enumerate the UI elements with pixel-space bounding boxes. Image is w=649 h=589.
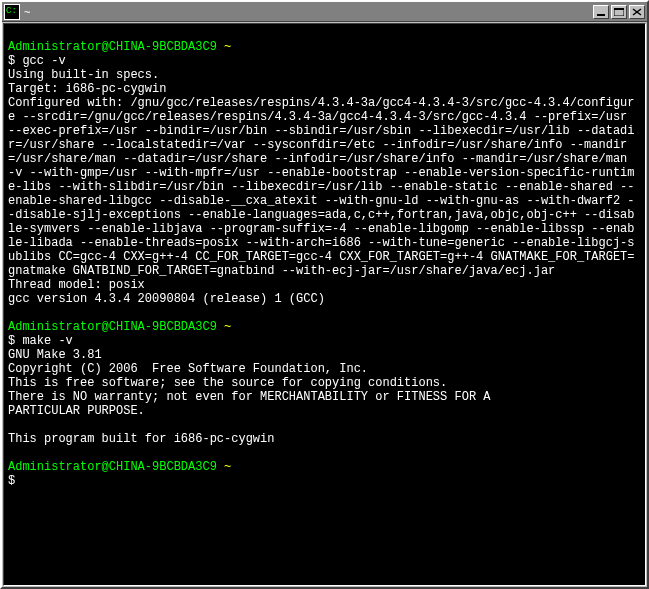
- blank-line: [8, 446, 641, 460]
- output-line: Thread model: posix: [8, 278, 641, 292]
- output-line: There is NO warranty; not even for MERCH…: [8, 390, 641, 404]
- output-line: This program built for i686-pc-cygwin: [8, 432, 641, 446]
- svg-rect-0: [597, 14, 605, 16]
- path: ~: [224, 40, 231, 54]
- user-host: Administrator@CHINA-9BCBDA3C9: [8, 40, 217, 54]
- output-line: Copyright (C) 2006 Free Software Foundat…: [8, 362, 641, 376]
- command-text: gcc -v: [22, 54, 65, 68]
- prompt-symbol: $: [8, 334, 15, 348]
- maximize-button[interactable]: [611, 5, 627, 19]
- window-controls: [593, 5, 645, 19]
- terminal-window: C: ~ Administrator@CHINA-9BCBDA3C9 ~$ gc…: [0, 0, 649, 589]
- user-host: Administrator@CHINA-9BCBDA3C9: [8, 460, 217, 474]
- user-host: Administrator@CHINA-9BCBDA3C9: [8, 320, 217, 334]
- prompt-line: Administrator@CHINA-9BCBDA3C9 ~: [8, 460, 641, 474]
- prompt-symbol: $: [8, 474, 15, 488]
- output-line: This is free software; see the source fo…: [8, 376, 641, 390]
- output-line: GNU Make 3.81: [8, 348, 641, 362]
- prompt-line: Administrator@CHINA-9BCBDA3C9 ~: [8, 320, 641, 334]
- minimize-button[interactable]: [593, 5, 609, 19]
- window-title: ~: [24, 6, 593, 18]
- app-icon-text: C:: [6, 7, 17, 16]
- output-line: Configured with: /gnu/gcc/releases/respi…: [8, 96, 641, 278]
- command-line: $ gcc -v: [8, 54, 641, 68]
- blank-line: [8, 418, 641, 432]
- output-line: Target: i686-pc-cygwin: [8, 82, 641, 96]
- output-line: Using built-in specs.: [8, 68, 641, 82]
- terminal-content[interactable]: Administrator@CHINA-9BCBDA3C9 ~$ gcc -vU…: [3, 23, 646, 586]
- command-text: make -v: [22, 334, 72, 348]
- output-line: gcc version 4.3.4 20090804 (release) 1 (…: [8, 292, 641, 306]
- prompt-line: Administrator@CHINA-9BCBDA3C9 ~: [8, 40, 641, 54]
- blank-line: [8, 26, 641, 40]
- svg-rect-2: [614, 8, 624, 10]
- close-button[interactable]: [629, 5, 645, 19]
- command-line: $ make -v: [8, 334, 641, 348]
- path: ~: [224, 320, 231, 334]
- prompt-symbol: $: [8, 54, 15, 68]
- command-line: $: [8, 474, 641, 488]
- path: ~: [224, 460, 231, 474]
- blank-line: [8, 306, 641, 320]
- app-icon: C:: [4, 4, 20, 20]
- output-line: PARTICULAR PURPOSE.: [8, 404, 641, 418]
- titlebar: C: ~: [2, 2, 647, 22]
